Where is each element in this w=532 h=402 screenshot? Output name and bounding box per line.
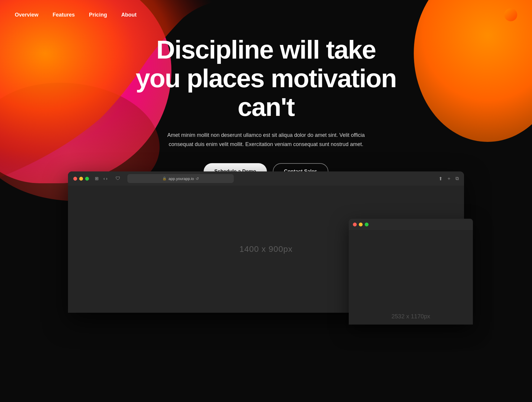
browser-secondary-content: 2532 x 1170px	[349, 230, 473, 325]
back-arrow[interactable]: ‹	[103, 176, 105, 181]
nav-links: Overview Features Pricing About	[15, 12, 137, 18]
dimension-label-secondary: 2532 x 1170px	[391, 313, 430, 320]
address-text: app.yourapp.io	[168, 176, 194, 181]
hero-section: Discipline will take you places motivati…	[0, 35, 532, 180]
refresh-icon[interactable]: ↺	[196, 176, 199, 181]
traffic-light-green[interactable]	[85, 177, 89, 181]
dimension-label-main: 1400 x 900px	[239, 244, 293, 254]
hero-subtitle: Amet minim mollit non deserunt ullamco e…	[166, 131, 366, 149]
hero-title: Discipline will take you places motivati…	[133, 35, 399, 121]
secondary-tl-red[interactable]	[353, 223, 357, 226]
tabs-icon[interactable]: ⧉	[455, 176, 459, 181]
address-bar[interactable]: 🔒 app.yourapp.io ↺	[127, 174, 234, 183]
secondary-traffic-lights	[353, 223, 369, 226]
nav-right	[504, 8, 517, 21]
nav-pricing[interactable]: Pricing	[89, 12, 107, 18]
browser-titlebar: ⊞ ‹ › 🛡 🔒 app.yourapp.io ↺ ⬆ ＋ ⧉	[68, 171, 464, 186]
mockup-section: ⊞ ‹ › 🛡 🔒 app.yourapp.io ↺ ⬆ ＋ ⧉ 14	[68, 171, 464, 313]
share-icon[interactable]: ⬆	[439, 176, 442, 181]
nav-cta-button[interactable]	[504, 8, 517, 21]
toolbar-icons: ⊞	[95, 176, 99, 181]
sidebar-toggle-icon[interactable]: ⊞	[95, 176, 99, 181]
browser-right-icons: ⬆ ＋ ⧉	[439, 176, 459, 182]
nav-about[interactable]: About	[121, 12, 137, 18]
forward-arrow[interactable]: ›	[106, 176, 108, 181]
nav-arrows: ‹ ›	[103, 176, 107, 181]
lock-icon: 🔒	[162, 176, 167, 181]
traffic-light-red[interactable]	[73, 177, 77, 181]
browser-secondary-titlebar	[349, 219, 473, 230]
shield-icon: 🛡	[116, 176, 120, 181]
navbar: Overview Features Pricing About	[0, 0, 532, 30]
secondary-tl-yellow[interactable]	[359, 223, 363, 226]
new-tab-icon[interactable]: ＋	[447, 176, 451, 182]
nav-features[interactable]: Features	[53, 12, 75, 18]
browser-secondary: 2532 x 1170px	[349, 219, 473, 325]
secondary-tl-green[interactable]	[365, 223, 369, 226]
nav-overview[interactable]: Overview	[15, 12, 38, 18]
traffic-lights	[73, 177, 89, 181]
traffic-light-yellow[interactable]	[79, 177, 83, 181]
